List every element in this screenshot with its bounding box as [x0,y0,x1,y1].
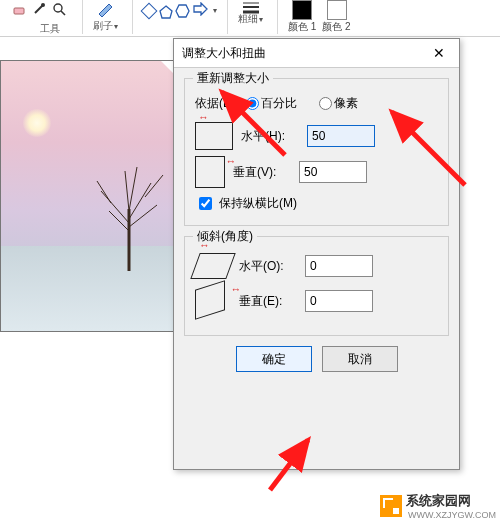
skew-vertical-input[interactable] [305,290,373,312]
skew-vertical-icon: ↕ [195,285,231,317]
radio-pixel-label: 像素 [334,96,358,110]
resize-groupbox: 重新调整大小 依据(B): 百分比 像素 ↔ 水平(H): ↕ 垂直(V): 保… [184,78,449,226]
separator [132,0,133,34]
radio-percent-input[interactable] [246,97,259,110]
resize-horizontal-label: 水平(H): [241,128,299,145]
skew-horizontal-icon: ↔ [195,253,231,279]
svg-marker-5 [160,6,172,18]
maintain-aspect-row[interactable]: 保持纵横比(M) [195,194,438,213]
radio-percent[interactable]: 百分比 [246,95,297,112]
svg-line-12 [101,191,129,223]
stroke-label: 粗细 [238,12,258,26]
magnifier-icon[interactable] [50,0,68,18]
arrow-right-shape-icon[interactable] [193,2,208,19]
svg-marker-7 [194,3,207,15]
chevron-down-icon: ▾ [259,15,263,24]
ok-button-label: 确定 [262,351,286,368]
color1-swatch[interactable] [292,0,312,20]
canvas-image[interactable] [0,60,177,332]
resize-horizontal-input[interactable] [307,125,375,147]
skew-vertical-row: ↕ 垂直(E): [195,285,438,317]
svg-point-2 [41,3,45,7]
brush-group[interactable]: 刷子▾ [93,0,118,33]
cancel-button[interactable]: 取消 [322,346,398,372]
brush-label: 刷子 [93,19,113,33]
skew-horizontal-label: 水平(O): [239,258,297,275]
shapes-group[interactable]: ▾ [143,0,217,19]
dialog-title: 调整大小和扭曲 [182,45,266,62]
svg-line-4 [61,11,65,15]
hexagon-shape-icon[interactable] [175,4,189,18]
vertical-resize-icon: ↕ [195,156,225,188]
dialog-titlebar[interactable]: 调整大小和扭曲 ✕ [174,39,459,68]
chevron-down-icon: ▾ [213,6,217,15]
maintain-aspect-label: 保持纵横比(M) [219,195,297,212]
watermark: 系统家园网 WWW.XZJYGW.COM [380,492,496,520]
watermark-url: WWW.XZJYGW.COM [408,510,496,520]
svg-point-3 [54,4,62,12]
svg-line-15 [129,205,157,227]
pentagon-shape-icon[interactable] [159,5,171,17]
sun-graphic [23,109,51,137]
separator [82,0,83,34]
by-label: 依据(B): [195,95,238,112]
brush-icon [95,0,117,21]
resize-legend: 重新调整大小 [193,70,273,87]
resize-vertical-input[interactable] [299,161,367,183]
tree-graphic [91,161,166,271]
skew-horizontal-input[interactable] [305,255,373,277]
color2-label: 颜色 2 [322,20,350,34]
horizontal-resize-icon: ↔ [195,122,233,150]
tool-icons [10,0,68,18]
dialog-buttons: 确定 取消 [174,346,459,372]
chevron-down-icon: ▾ [114,22,118,31]
svg-line-17 [145,175,163,197]
svg-line-16 [97,181,111,203]
skew-horizontal-row: ↔ 水平(O): [195,253,438,279]
close-icon[interactable]: ✕ [427,43,451,63]
color2-swatch[interactable] [327,0,347,20]
ribbon: 刷子▾ ▾ 粗细▾ 颜色 1 颜色 2 [0,0,500,37]
cancel-button-label: 取消 [348,351,372,368]
watermark-name: 系统家园网 [406,492,496,510]
color2-group[interactable]: 颜色 2 [322,0,350,34]
resize-vertical-label: 垂直(V): [233,164,291,181]
resize-vertical-row: ↕ 垂直(V): [195,156,438,188]
watermark-logo-icon [380,495,402,517]
color1-label: 颜色 1 [288,20,316,34]
stroke-group[interactable]: 粗细▾ [238,0,263,26]
ok-button[interactable]: 确定 [236,346,312,372]
maintain-aspect-checkbox[interactable] [199,197,212,210]
resize-horizontal-row: ↔ 水平(H): [195,122,438,150]
by-row: 依据(B): 百分比 像素 [195,95,438,112]
radio-percent-label: 百分比 [261,96,297,110]
diamond-shape-icon[interactable] [141,2,158,19]
color1-group[interactable]: 颜色 1 [288,0,316,34]
radio-pixel[interactable]: 像素 [319,95,358,112]
radio-pixel-input[interactable] [319,97,332,110]
svg-line-19 [129,167,137,211]
svg-line-18 [125,171,129,211]
tools-group-label: 工具 [40,22,60,36]
resize-skew-dialog: 调整大小和扭曲 ✕ 重新调整大小 依据(B): 百分比 像素 ↔ 水平(H): … [173,38,460,470]
skew-groupbox: 倾斜(角度) ↔ 水平(O): ↕ 垂直(E): [184,236,449,336]
color-picker-icon[interactable] [30,0,48,18]
svg-line-13 [129,183,151,219]
separator [277,0,278,34]
skew-vertical-label: 垂直(E): [239,293,297,310]
eraser-icon[interactable] [10,0,28,18]
svg-marker-6 [176,5,189,17]
separator [227,0,228,34]
svg-line-14 [109,211,129,231]
svg-rect-0 [14,8,24,14]
